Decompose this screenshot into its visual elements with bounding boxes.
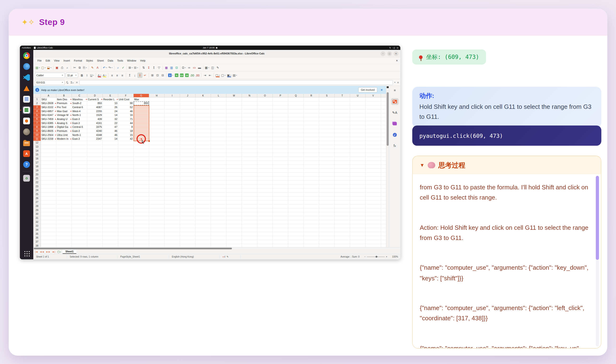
cell-Q11[interactable] <box>288 137 304 141</box>
cell-K15[interactable] <box>195 153 211 157</box>
cell-D23[interactable] <box>87 185 103 189</box>
cell-S30[interactable] <box>319 212 335 216</box>
thinking-content[interactable]: from G3 to G11 to paste the formula. I'l… <box>413 174 601 348</box>
cell-I15[interactable] <box>164 153 180 157</box>
cell-P29[interactable] <box>273 208 288 212</box>
cell-N20[interactable] <box>242 173 257 177</box>
cell-M19[interactable] <box>226 169 242 173</box>
cell-N7[interactable] <box>242 121 257 125</box>
cell-W33[interactable] <box>381 224 386 228</box>
cell-L9[interactable] <box>211 129 226 133</box>
cell-O12[interactable] <box>257 141 273 145</box>
cell-Q34[interactable] <box>288 228 304 232</box>
cell-S32[interactable] <box>319 220 335 224</box>
cell-C3[interactable]: Central-5 <box>72 105 87 109</box>
cell-W38[interactable] <box>381 244 386 247</box>
cell-K32[interactable] <box>195 220 211 224</box>
cell-C10[interactable]: North-1 <box>72 133 87 137</box>
autofilter-icon[interactable]: ▽ <box>157 65 162 70</box>
row-header-23[interactable]: 23 <box>33 185 41 189</box>
cell-I22[interactable] <box>164 181 180 185</box>
cell-M11[interactable] <box>226 137 242 141</box>
cell-U10[interactable] <box>350 133 366 137</box>
cell-U30[interactable] <box>350 212 366 216</box>
cell-E8[interactable]: 47 <box>103 125 118 129</box>
cell-S25[interactable] <box>319 193 335 196</box>
cell-D35[interactable] <box>87 232 103 236</box>
cell-T36[interactable] <box>335 236 350 240</box>
cell-H22[interactable] <box>149 181 164 185</box>
cell-I17[interactable] <box>164 161 180 165</box>
cell-V28[interactable] <box>366 204 381 208</box>
cell-P16[interactable] <box>273 157 288 161</box>
cell-A19[interactable] <box>41 169 56 173</box>
cell-A36[interactable] <box>41 236 56 240</box>
cell-D19[interactable] <box>87 169 103 173</box>
cell-S19[interactable] <box>319 169 335 173</box>
cell-R29[interactable] <box>304 208 319 212</box>
cell-J3[interactable] <box>180 105 195 109</box>
cell-U34[interactable] <box>350 228 366 232</box>
align-center-icon[interactable]: ≡ <box>115 73 120 78</box>
cell-D36[interactable] <box>87 236 103 240</box>
column-header-G[interactable]: G <box>134 94 149 97</box>
next-sheet-icon[interactable]: ►► <box>45 251 51 253</box>
cell-W13[interactable] <box>381 145 386 149</box>
cell-Q14[interactable] <box>288 149 304 153</box>
cell-L26[interactable] <box>211 196 226 201</box>
cell-C21[interactable] <box>72 177 87 181</box>
cell-C15[interactable] <box>72 153 87 157</box>
status-insert-mode[interactable]: ▭Ι ✎ <box>219 255 240 258</box>
row-header-35[interactable]: 35 <box>33 232 41 236</box>
find-replace-icon[interactable]: ⌕ <box>116 65 120 70</box>
cell-P19[interactable] <box>273 169 288 173</box>
cell-A17[interactable] <box>41 161 56 165</box>
cell-O36[interactable] <box>257 236 273 240</box>
equals-icon[interactable]: = <box>75 81 78 84</box>
cell-T8[interactable] <box>335 125 350 129</box>
cell-S13[interactable] <box>319 145 335 149</box>
cell-M2[interactable] <box>226 102 242 105</box>
cell-S14[interactable] <box>319 149 335 153</box>
cell-B7[interactable]: Analog S <box>56 121 72 125</box>
cell-I12[interactable] <box>164 141 180 145</box>
cell-O14[interactable] <box>257 149 273 153</box>
cell-I11[interactable] <box>164 137 180 141</box>
cell-V9[interactable] <box>366 129 381 133</box>
cell-J6[interactable] <box>180 117 195 121</box>
cell-S4[interactable] <box>319 109 335 113</box>
cell-B16[interactable] <box>56 157 72 161</box>
cell-P37[interactable] <box>273 240 288 244</box>
cell-U6[interactable] <box>350 117 366 121</box>
cell-H15[interactable] <box>149 153 164 157</box>
cell-L22[interactable] <box>211 181 226 185</box>
pivot-table-icon[interactable]: ⊡ <box>174 65 179 70</box>
borders-icon[interactable]: ▢▼ <box>215 73 220 78</box>
cell-O30[interactable] <box>257 212 273 216</box>
cell-M31[interactable] <box>226 216 242 220</box>
cell-O24[interactable] <box>257 188 273 193</box>
cell-G1[interactable]: Max <box>134 97 149 102</box>
cell-Q28[interactable] <box>288 204 304 208</box>
cell-R8[interactable] <box>304 125 319 129</box>
cell-R19[interactable] <box>304 169 319 173</box>
cell-T15[interactable] <box>335 153 350 157</box>
cell-K6[interactable] <box>195 117 211 121</box>
status-page-style[interactable]: PageStyle_Sheet1 <box>118 255 169 258</box>
row-header-33[interactable]: 33 <box>33 224 41 228</box>
cell-G9[interactable] <box>134 129 149 133</box>
zoom-percentage[interactable]: 100% <box>389 255 400 258</box>
cell-N13[interactable] <box>242 145 257 149</box>
cell-Q16[interactable] <box>288 157 304 161</box>
cell-V14[interactable] <box>366 149 381 153</box>
cell-M32[interactable] <box>226 220 242 224</box>
cell-T33[interactable] <box>335 224 350 228</box>
cell-H30[interactable] <box>149 212 164 216</box>
cell-O11[interactable] <box>257 137 273 141</box>
cell-D21[interactable] <box>87 177 103 181</box>
cell-J23[interactable] <box>180 185 195 189</box>
cell-N38[interactable] <box>242 244 257 247</box>
cell-E38[interactable] <box>103 244 118 247</box>
cell-E10[interactable]: 46 <box>103 133 118 137</box>
cell-R2[interactable] <box>304 102 319 105</box>
